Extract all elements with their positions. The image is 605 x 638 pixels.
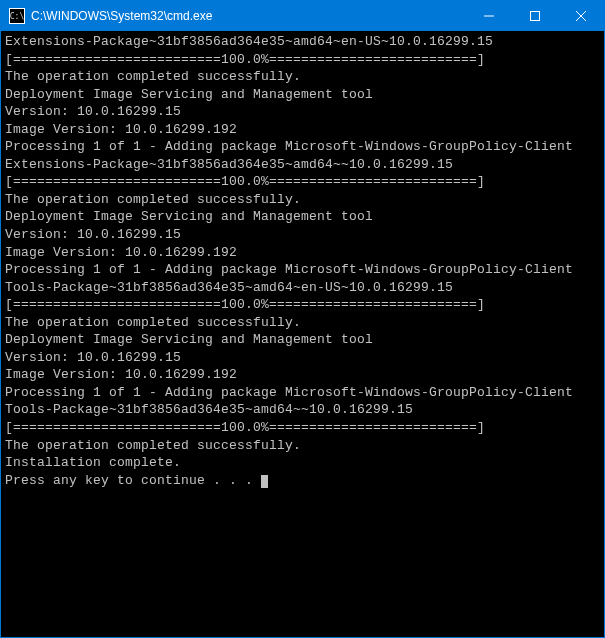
svg-rect-0 — [531, 12, 540, 21]
close-button[interactable] — [558, 1, 604, 31]
terminal-line: The operation completed successfully. — [5, 314, 600, 332]
minimize-button[interactable] — [466, 1, 512, 31]
cmd-window: C:\ C:\WINDOWS\System32\cmd.exe Extensio… — [0, 0, 605, 638]
maximize-button[interactable] — [512, 1, 558, 31]
terminal-line: [==========================100.0%=======… — [5, 51, 600, 69]
terminal-line: The operation completed successfully. — [5, 437, 600, 455]
terminal-line: Deployment Image Servicing and Managemen… — [5, 86, 600, 104]
titlebar[interactable]: C:\ C:\WINDOWS\System32\cmd.exe — [1, 1, 604, 31]
press-any-key-prompt: Press any key to continue . . . — [5, 472, 600, 490]
window-controls — [466, 1, 604, 31]
cursor — [261, 475, 268, 488]
terminal-line: Tools-Package~31bf3856ad364e35~amd64~~10… — [5, 401, 600, 419]
terminal-line: Deployment Image Servicing and Managemen… — [5, 208, 600, 226]
terminal-line: Image Version: 10.0.16299.192 — [5, 244, 600, 262]
cmd-icon: C:\ — [9, 8, 25, 24]
terminal-line: Version: 10.0.16299.15 — [5, 349, 600, 367]
terminal-line: Extensions-Package~31bf3856ad364e35~amd6… — [5, 33, 600, 51]
terminal-line: The operation completed successfully. — [5, 191, 600, 209]
terminal-line: Deployment Image Servicing and Managemen… — [5, 331, 600, 349]
terminal-output[interactable]: Extensions-Package~31bf3856ad364e35~amd6… — [1, 31, 604, 637]
window-title: C:\WINDOWS\System32\cmd.exe — [31, 9, 466, 23]
terminal-line: Installation complete. — [5, 454, 600, 472]
terminal-line: Processing 1 of 1 - Adding package Micro… — [5, 138, 600, 156]
terminal-line: Image Version: 10.0.16299.192 — [5, 121, 600, 139]
terminal-line: [==========================100.0%=======… — [5, 296, 600, 314]
terminal-line: Tools-Package~31bf3856ad364e35~amd64~en-… — [5, 279, 600, 297]
terminal-line: Version: 10.0.16299.15 — [5, 226, 600, 244]
terminal-line: Extensions-Package~31bf3856ad364e35~amd6… — [5, 156, 600, 174]
terminal-line: [==========================100.0%=======… — [5, 173, 600, 191]
terminal-line: [==========================100.0%=======… — [5, 419, 600, 437]
terminal-line: Image Version: 10.0.16299.192 — [5, 366, 600, 384]
terminal-line: The operation completed successfully. — [5, 68, 600, 86]
terminal-line: Processing 1 of 1 - Adding package Micro… — [5, 261, 600, 279]
terminal-line: Processing 1 of 1 - Adding package Micro… — [5, 384, 600, 402]
terminal-line: Version: 10.0.16299.15 — [5, 103, 600, 121]
